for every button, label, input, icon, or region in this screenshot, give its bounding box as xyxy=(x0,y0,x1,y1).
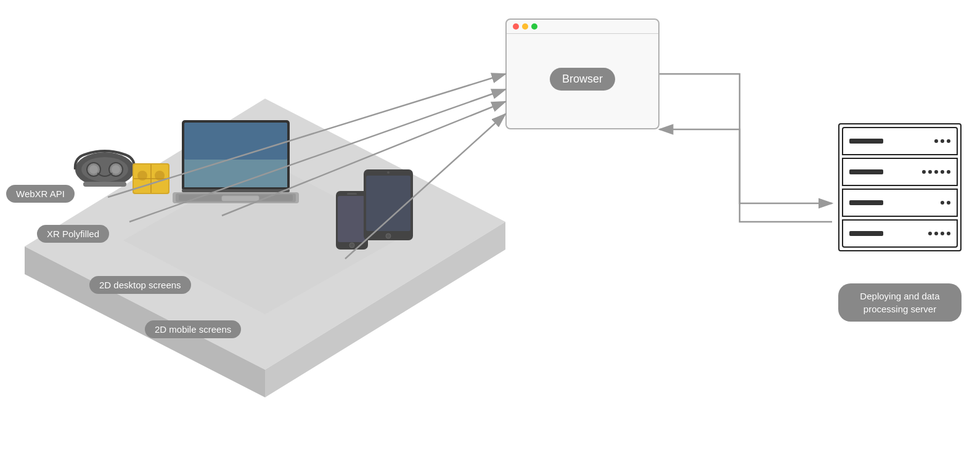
svg-rect-10 xyxy=(83,182,126,187)
arrows-overlay xyxy=(0,0,980,459)
server-dots-4 xyxy=(928,232,950,235)
svg-point-33 xyxy=(387,171,390,174)
server-unit-3 xyxy=(842,189,958,217)
svg-point-8 xyxy=(89,165,98,174)
mobile-screens-label: 2D mobile screens xyxy=(145,320,241,338)
browser-body: Browser xyxy=(507,34,658,124)
svg-rect-11 xyxy=(133,163,169,194)
svg-rect-12 xyxy=(134,165,168,193)
svg-marker-2 xyxy=(265,222,505,397)
svg-rect-23 xyxy=(176,193,296,202)
diagram-container: WebXR API XR Polyfilled 2D desktop scree… xyxy=(0,0,980,459)
browser-window: Browser xyxy=(505,18,659,129)
browser-titlebar xyxy=(507,20,658,34)
svg-rect-18 xyxy=(184,123,287,187)
svg-rect-17 xyxy=(182,120,290,191)
server-dots-1 xyxy=(934,139,950,143)
svg-point-15 xyxy=(137,171,147,181)
server-unit-1 xyxy=(842,127,958,155)
svg-rect-21 xyxy=(182,189,290,192)
svg-point-28 xyxy=(349,243,354,248)
server-dots-3 xyxy=(941,201,950,205)
svg-point-6 xyxy=(87,163,100,176)
browser-minimize-dot xyxy=(522,23,528,30)
desktop-screens-label: 2D desktop screens xyxy=(89,276,191,294)
svg-rect-24 xyxy=(179,195,293,201)
browser-close-dot xyxy=(513,23,519,30)
xr-polyfilled-label: XR Polyfilled xyxy=(37,225,109,243)
svg-point-5 xyxy=(81,157,128,182)
server-led-3 xyxy=(849,200,883,205)
svg-point-4 xyxy=(75,152,134,187)
server-led-1 xyxy=(849,139,883,144)
svg-line-39 xyxy=(345,114,505,259)
server-dots-2 xyxy=(922,170,950,174)
server-rack-border xyxy=(838,123,962,251)
server-label: Deploying and data processing server xyxy=(838,283,962,322)
server-led-2 xyxy=(849,169,883,174)
svg-point-7 xyxy=(109,163,123,176)
svg-rect-20 xyxy=(184,160,287,187)
svg-rect-25 xyxy=(222,196,259,201)
svg-rect-26 xyxy=(336,191,368,250)
svg-point-9 xyxy=(112,165,120,174)
svg-rect-27 xyxy=(338,196,366,242)
server-led-4 xyxy=(849,231,883,236)
svg-line-37 xyxy=(129,89,505,222)
svg-rect-22 xyxy=(173,192,299,203)
webxr-api-label: WebXR API xyxy=(6,185,75,203)
svg-line-38 xyxy=(222,102,505,216)
svg-rect-29 xyxy=(347,193,357,195)
svg-rect-19 xyxy=(184,123,287,160)
server-label-text: Deploying and data processing server xyxy=(838,283,962,322)
svg-line-36 xyxy=(108,74,505,197)
svg-rect-30 xyxy=(364,169,413,240)
server-unit-4 xyxy=(842,219,958,248)
browser-label: Browser xyxy=(550,68,615,91)
svg-point-32 xyxy=(386,234,391,238)
browser-maximize-dot xyxy=(531,23,537,30)
server-rack xyxy=(838,123,962,251)
svg-point-16 xyxy=(155,171,165,181)
svg-rect-31 xyxy=(366,176,410,231)
server-unit-2 xyxy=(842,158,958,186)
